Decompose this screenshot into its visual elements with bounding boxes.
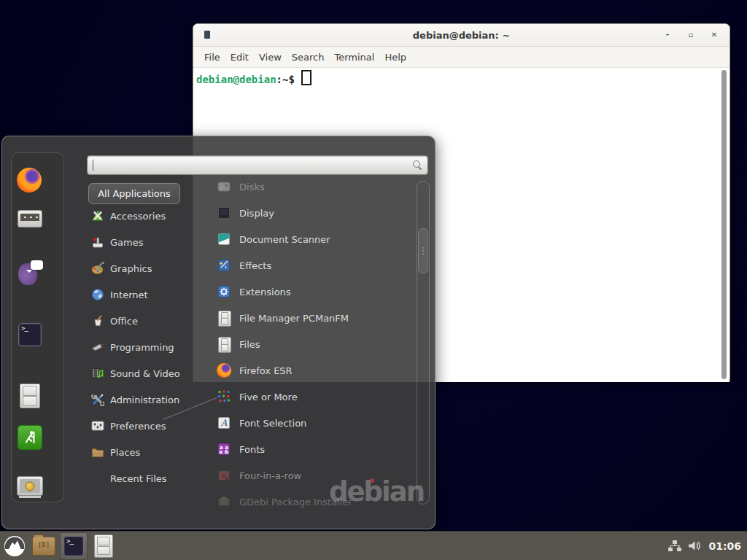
- gdebi-icon: [217, 494, 231, 508]
- firefox-icon: [217, 363, 231, 378]
- taskbar: [D] 01:06: [0, 531, 747, 560]
- file-cabinet-icon[interactable]: [20, 384, 40, 408]
- menu-button[interactable]: [0, 532, 29, 560]
- prompt-suffix: :~$: [276, 74, 295, 85]
- volume-icon[interactable]: [688, 540, 702, 551]
- app-document-scanner[interactable]: Document Scanner: [193, 228, 418, 250]
- disks-icon: [217, 179, 231, 194]
- keyboard-icon[interactable]: [18, 210, 42, 228]
- category-places[interactable]: Places: [91, 442, 201, 462]
- menu-help[interactable]: Help: [379, 49, 411, 66]
- accessories-icon: [91, 209, 104, 222]
- file-cabinet-icon: [94, 534, 113, 558]
- menu-logo-icon: [4, 535, 26, 557]
- display-icon: [217, 206, 231, 220]
- search-icon: [413, 160, 422, 170]
- debian-red-dot: [370, 478, 374, 483]
- sound-video-icon: [91, 367, 104, 380]
- search-input[interactable]: [88, 160, 413, 171]
- network-icon[interactable]: [668, 540, 681, 552]
- category-accessories[interactable]: Accessories: [91, 206, 201, 226]
- app-five-or-more[interactable]: Five or More: [193, 386, 418, 408]
- file-cabinet-icon: [217, 337, 231, 351]
- debian-watermark: debian: [329, 476, 424, 508]
- terminal-scrollbar[interactable]: [721, 70, 727, 379]
- terminal-titlebar[interactable]: debian@debian: ~ – ▫ ✕: [193, 24, 729, 47]
- fonts-icon: a aa &: [217, 442, 231, 456]
- app-display[interactable]: Display: [193, 202, 418, 224]
- menu-edit[interactable]: Edit: [225, 49, 254, 66]
- terminal-taskbar-button[interactable]: [60, 532, 88, 560]
- five-or-more-icon: [217, 389, 231, 404]
- category-games[interactable]: Games: [91, 232, 201, 252]
- app-file-manager-pcmanfm[interactable]: File Manager PCManFM: [193, 307, 418, 329]
- terminal-window-icon: [204, 31, 210, 39]
- clock[interactable]: 01:06: [708, 540, 741, 552]
- menu-search[interactable]: Search: [287, 49, 330, 66]
- category-graphics[interactable]: Graphics: [91, 258, 201, 279]
- running-person-glyph: [22, 429, 38, 446]
- category-preferences[interactable]: Preferences: [91, 416, 201, 436]
- category-office[interactable]: Office: [91, 311, 201, 331]
- internet-icon: [91, 288, 104, 301]
- category-sound-video[interactable]: Sound & Video: [91, 363, 201, 384]
- file-cabinet-button[interactable]: [89, 532, 118, 560]
- app-font-selection[interactable]: A Font Selection: [193, 412, 418, 434]
- terminal-icon[interactable]: [18, 323, 42, 346]
- logout-icon[interactable]: [18, 425, 42, 450]
- svg-text:a &: a &: [219, 449, 228, 455]
- firefox-icon[interactable]: [17, 168, 42, 192]
- category-recent-files[interactable]: Recent Files: [91, 468, 201, 489]
- app-fonts[interactable]: a aa & Fonts: [193, 438, 418, 460]
- menu-file[interactable]: File: [199, 49, 225, 66]
- four-in-a-row-icon: [217, 468, 231, 483]
- pidgin-icon[interactable]: [18, 263, 37, 285]
- lock-screen-icon[interactable]: [17, 476, 43, 496]
- app-extensions[interactable]: Extensions: [193, 281, 418, 303]
- menu-terminal[interactable]: Terminal: [329, 49, 379, 66]
- category-administration[interactable]: Administration: [91, 389, 201, 410]
- category-programming[interactable]: Programming: [91, 337, 201, 357]
- games-icon: [91, 236, 104, 249]
- office-icon: [91, 314, 104, 327]
- menu-view[interactable]: View: [254, 49, 287, 66]
- category-internet[interactable]: Internet: [91, 284, 201, 305]
- application-menu: All Applications Accessories Games Graph…: [1, 136, 436, 529]
- app-effects[interactable]: Effects: [193, 254, 418, 276]
- graphics-icon: [91, 262, 104, 275]
- search-box[interactable]: [87, 155, 428, 175]
- terminal-icon: [63, 536, 84, 556]
- folder-icon: [D]: [32, 537, 55, 556]
- app-firefox-esr[interactable]: Firefox ESR: [193, 359, 418, 381]
- file-cabinet-icon: [217, 311, 231, 325]
- prompt-user-host: debian@debian: [196, 74, 276, 85]
- terminal-title: debian@debian: ~: [193, 30, 729, 41]
- app-disks[interactable]: Disks: [193, 176, 418, 198]
- files-folder-button[interactable]: [D]: [29, 532, 58, 560]
- effects-icon: [217, 258, 231, 273]
- application-list: Disks Display Document Scanner Effects E…: [193, 173, 418, 508]
- app-files[interactable]: Files: [193, 333, 418, 355]
- programming-icon: [91, 341, 104, 354]
- desktop: debian@debian: ~ – ▫ ✕ File Edit View Se…: [0, 0, 747, 560]
- app-list-scrollbar-thumb[interactable]: [418, 228, 428, 273]
- category-all-applications[interactable]: All Applications: [88, 183, 180, 204]
- text-caret: [93, 160, 93, 171]
- extensions-icon: [217, 284, 231, 299]
- administration-icon: [91, 393, 104, 406]
- terminal-cursor: [301, 70, 311, 85]
- preferences-icon: [91, 419, 104, 432]
- svg-text:A: A: [220, 418, 228, 428]
- scanner-icon: [217, 232, 231, 246]
- maximize-button[interactable]: ▫: [686, 30, 696, 40]
- terminal-menubar: File Edit View Search Terminal Help: [193, 47, 729, 68]
- minimize-button[interactable]: –: [662, 30, 673, 40]
- font-selection-icon: A: [217, 416, 231, 430]
- places-icon: [91, 446, 104, 459]
- close-button[interactable]: ✕: [709, 30, 719, 40]
